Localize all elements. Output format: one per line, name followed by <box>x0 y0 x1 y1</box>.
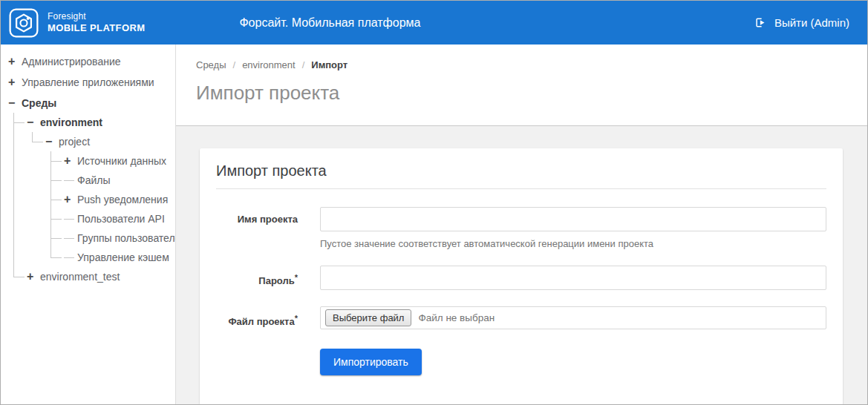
logout-icon <box>754 16 766 29</box>
tree-label: environment_test <box>40 267 120 286</box>
collapse-minus-icon[interactable]: − <box>27 113 40 132</box>
tree-label: environment <box>40 113 102 132</box>
tree-label: project <box>59 132 90 151</box>
tree-row[interactable]: Управление кэшем <box>64 248 175 267</box>
tree-row[interactable]: Пользователи API <box>64 209 175 228</box>
file-input[interactable]: Выберите файл Файл не выбран <box>320 306 826 329</box>
submit-row: Импортировать <box>320 349 826 375</box>
password-row: Пароль* <box>216 266 826 293</box>
tree-label: Push уведомления <box>77 190 168 209</box>
import-project-card: Импорт проекта Имя проекта Пустое значен… <box>200 148 843 405</box>
breadcrumb: Среды / environment / Импорт <box>196 59 867 70</box>
tree-leaf-connector <box>64 257 74 258</box>
logo-line1: Foresight <box>48 11 145 22</box>
project-name-label: Имя проекта <box>216 207 298 231</box>
project-file-row: Файл проекта* Выберите файл Файл не выбр… <box>216 306 826 334</box>
tree-label: Пользователи API <box>77 209 165 228</box>
tree-label: Управление приложениями <box>22 73 154 92</box>
tree-label: Администрирование <box>22 52 121 71</box>
tree-row[interactable]: + environment_test <box>27 267 175 286</box>
breadcrumb-current: Импорт <box>311 59 347 70</box>
tree-item-environment-test: + environment_test <box>13 267 175 286</box>
password-label: Пароль* <box>216 266 298 293</box>
tree-item-project: − project + Источники данных <box>32 132 175 267</box>
tree-leaf-connector <box>64 180 74 181</box>
content-header: Среды / environment / Импорт Импорт прое… <box>176 45 867 125</box>
tree-children: − environment − project <box>13 113 175 286</box>
tree-item-administration: + Администрирование <box>8 52 175 71</box>
breadcrumb-separator: / <box>302 59 305 70</box>
tree-item-app-management: + Управление приложениями <box>8 73 175 92</box>
content-body: Импорт проекта Имя проекта Пустое значен… <box>176 125 867 405</box>
logout-button[interactable]: Выйти (Admin) <box>754 16 849 29</box>
app-logo[interactable]: Foresight MOBILE PLATFORM <box>8 7 145 39</box>
tree-row[interactable]: Файлы <box>64 171 175 190</box>
tree-item-data-sources: + Источники данных <box>50 151 175 171</box>
tree-item-environments: − Среды − environment <box>8 93 175 286</box>
tree-row[interactable]: + Администрирование <box>8 52 175 71</box>
breadcrumb-separator: / <box>233 59 236 70</box>
expand-plus-icon[interactable]: + <box>8 52 22 71</box>
required-asterisk: * <box>295 273 298 282</box>
expand-plus-icon[interactable]: + <box>8 73 22 92</box>
tree-label: Управление кэшем <box>77 248 169 267</box>
tree-label: Источники данных <box>77 151 166 171</box>
app-header: Foresight MOBILE PLATFORM Форсайт. Мобил… <box>1 1 867 45</box>
app-title: Форсайт. Мобильная платформа <box>239 16 420 30</box>
tree-leaf-connector <box>64 219 74 220</box>
tree-row[interactable]: + Источники данных <box>64 151 175 171</box>
tree-row[interactable]: + Push уведомления <box>64 190 175 209</box>
required-asterisk: * <box>295 314 298 323</box>
tree-row[interactable]: − project <box>45 132 175 151</box>
sidebar: + Администрирование + Управление приложе… <box>1 45 176 404</box>
tree-children: + Источники данных Файлы <box>50 151 175 267</box>
project-name-hint: Пустое значение соответствует автоматиче… <box>320 238 826 249</box>
breadcrumb-item-environment[interactable]: environment <box>242 59 296 70</box>
tree-leaf-connector <box>64 238 74 239</box>
password-input[interactable] <box>320 266 826 290</box>
tree-label: Файлы <box>77 171 110 190</box>
project-name-row: Имя проекта Пустое значение соответствуе… <box>216 207 826 249</box>
collapse-minus-icon[interactable]: − <box>8 93 22 113</box>
tree-item-user-groups: Группы пользователей <box>50 228 175 248</box>
expand-plus-icon[interactable]: + <box>27 267 40 286</box>
choose-file-button[interactable]: Выберите файл <box>325 309 411 326</box>
tree-children: − project + Источники данных <box>32 132 175 267</box>
import-button[interactable]: Импортировать <box>320 349 422 375</box>
tree-item-api-users: Пользователи API <box>50 209 175 228</box>
collapse-minus-icon[interactable]: − <box>45 132 59 151</box>
tree-row[interactable]: + Управление приложениями <box>8 73 175 92</box>
logout-label: Выйти (Admin) <box>774 16 849 29</box>
expand-plus-icon[interactable]: + <box>64 151 77 171</box>
file-status-text: Файл не выбран <box>418 312 495 323</box>
card-heading: Импорт проекта <box>216 162 826 189</box>
page-title: Импорт проекта <box>196 82 867 105</box>
tree-item-environment: − environment − project <box>13 113 175 267</box>
project-file-label: Файл проекта* <box>216 306 298 334</box>
expand-plus-icon[interactable]: + <box>64 190 77 209</box>
main-layout: + Администрирование + Управление приложе… <box>1 45 867 404</box>
tree-label: Группы пользователей <box>77 228 176 248</box>
tree-item-push-notifications: + Push уведомления <box>50 190 175 209</box>
foresight-logo-icon <box>8 7 39 39</box>
breadcrumb-item-environments[interactable]: Среды <box>196 59 226 70</box>
content-area: Среды / environment / Импорт Импорт прое… <box>176 45 867 404</box>
logo-text: Foresight MOBILE PLATFORM <box>48 11 145 34</box>
logo-line2: MOBILE PLATFORM <box>48 22 145 34</box>
nav-tree: + Администрирование + Управление приложе… <box>8 52 175 286</box>
tree-label: Среды <box>22 93 56 113</box>
project-name-input[interactable] <box>320 207 826 231</box>
tree-item-cache-management: Управление кэшем <box>50 248 175 267</box>
tree-row[interactable]: − Среды <box>8 93 175 113</box>
app-window: Foresight MOBILE PLATFORM Форсайт. Мобил… <box>0 0 868 405</box>
tree-item-files: Файлы <box>50 171 175 190</box>
tree-row[interactable]: − environment <box>27 113 175 132</box>
tree-row[interactable]: Группы пользователей <box>64 228 175 248</box>
